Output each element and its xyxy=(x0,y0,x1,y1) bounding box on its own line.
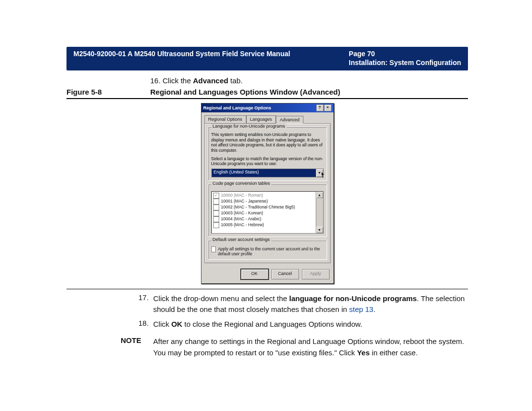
apply-all-checkbox[interactable]: Apply all settings to the current user a… xyxy=(211,246,324,256)
group-language-nonunicode: Language for non-Unicode programs This s… xyxy=(208,127,327,181)
list-item[interactable]: 10004 (MAC - Arabic) xyxy=(213,216,314,222)
tab-languages[interactable]: Languages xyxy=(246,115,276,123)
page-number: Page 70 xyxy=(349,50,461,58)
apply-button[interactable]: Apply xyxy=(302,269,330,279)
figure-heading: Figure 5-8 Regional and Languages Option… xyxy=(66,88,468,96)
checkbox-icon[interactable] xyxy=(213,210,219,216)
group-legend: Default user account settings xyxy=(211,237,271,242)
scroll-track[interactable] xyxy=(316,198,323,227)
scrollbar[interactable]: ▲ ▼ xyxy=(316,192,323,233)
list-item[interactable]: 10003 (MAC - Korean) xyxy=(213,210,314,216)
group-codepage: Code page conversion tables ✓10000 (MAC … xyxy=(208,184,327,237)
checkbox-label: Apply all settings to the current user a… xyxy=(218,246,323,256)
ok-button[interactable]: OK xyxy=(241,269,268,279)
help-button[interactable]: ? xyxy=(316,104,324,111)
list-item[interactable]: 10001 (MAC - Japanese) xyxy=(213,199,314,205)
list-item[interactable]: ✓10000 (MAC - Roman) xyxy=(213,193,314,199)
list-item[interactable]: 10005 (MAC - Hebrew) xyxy=(213,222,314,228)
figure-image: Regional and Language Options ? × Region… xyxy=(66,103,468,284)
manual-page: M2540-92000-01 A M2540 Ultrasound System… xyxy=(0,0,532,411)
group-description: This system setting enables non-Unicode … xyxy=(211,132,324,153)
close-button[interactable]: × xyxy=(324,104,332,111)
combobox-selected: English (United States) xyxy=(212,169,316,177)
dialog-titlebar[interactable]: Regional and Language Options ? × xyxy=(201,103,333,112)
figure-label: Figure 5-8 xyxy=(66,88,150,96)
section-title: Installation: System Configuration xyxy=(349,59,461,67)
step-18: 18. Click OK to close the Regional and L… xyxy=(138,319,468,330)
note-label: NOTE xyxy=(121,336,153,358)
note-block: NOTE After any change to settings in the… xyxy=(121,336,468,358)
doc-title: M2540-92000-01 A M2540 Ultrasound System… xyxy=(73,50,290,67)
dialog-buttons: OK Cancel Apply xyxy=(201,266,333,283)
checkbox-icon[interactable]: ✓ xyxy=(213,193,219,199)
scroll-down-icon[interactable]: ▼ xyxy=(316,227,323,233)
figure-title: Regional and Languages Options Window (A… xyxy=(150,88,340,96)
rule xyxy=(66,98,468,99)
checkbox-icon[interactable] xyxy=(213,199,219,205)
list-item[interactable]: 10002 (MAC - Traditional Chinese Big5) xyxy=(213,205,314,210)
dialog-title: Regional and Language Options xyxy=(203,105,271,110)
checkbox-icon[interactable] xyxy=(213,216,219,222)
checkbox-icon[interactable] xyxy=(213,205,219,210)
tab-regional-options[interactable]: Regional Options xyxy=(204,115,246,123)
step-13-link[interactable]: step 13 xyxy=(349,305,373,313)
tab-advanced[interactable]: Advanced xyxy=(276,116,303,124)
scroll-up-icon[interactable]: ▲ xyxy=(316,192,323,198)
group-legend: Code page conversion tables xyxy=(211,181,272,186)
language-combobox[interactable]: English (United States) ▼ xyxy=(211,169,324,177)
dialog-window: Regional and Language Options ? × Region… xyxy=(201,103,334,284)
group-legend: Language for non-Unicode programs xyxy=(211,124,287,129)
step-16: 16. Click the Advanced tab. xyxy=(150,76,468,85)
checkbox-icon[interactable] xyxy=(213,222,219,228)
step-17: 17. Click the drop-down menu and select … xyxy=(138,293,468,315)
codepage-listbox[interactable]: ✓10000 (MAC - Roman) 10001 (MAC - Japane… xyxy=(211,191,324,234)
tab-panel-advanced: Language for non-Unicode programs This s… xyxy=(204,123,331,263)
group-default-user: Default user account settings Apply all … xyxy=(208,240,327,260)
page-header: M2540-92000-01 A M2540 Ultrasound System… xyxy=(66,47,468,70)
list-items: ✓10000 (MAC - Roman) 10001 (MAC - Japane… xyxy=(212,192,316,233)
cancel-button[interactable]: Cancel xyxy=(271,269,299,279)
checkbox-icon[interactable] xyxy=(211,246,216,252)
group-instruction: Select a language to match the language … xyxy=(211,156,324,167)
chevron-down-icon[interactable]: ▼ xyxy=(316,169,323,177)
rule xyxy=(66,289,468,289)
